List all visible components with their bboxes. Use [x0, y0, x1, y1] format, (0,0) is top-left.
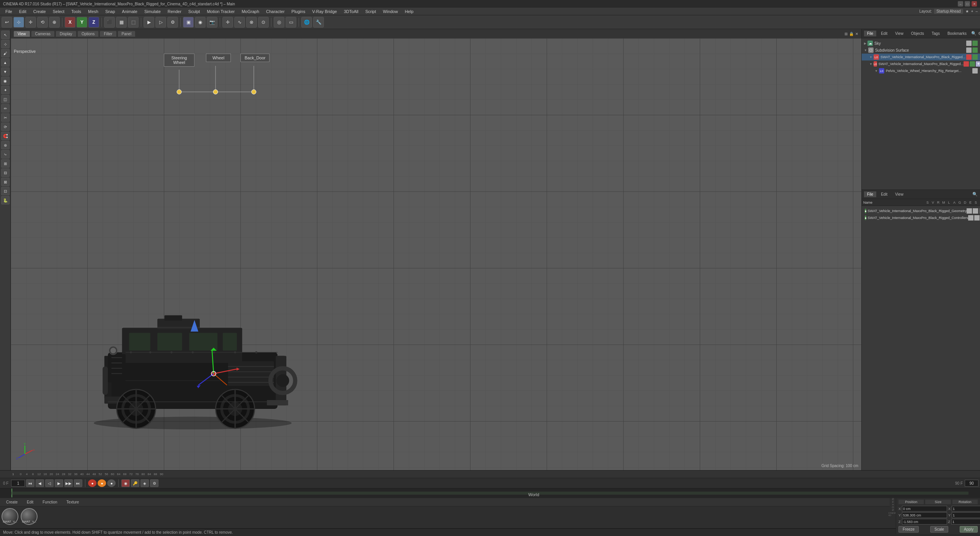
vp-icon-lock[interactable]: 🔒 [849, 32, 854, 36]
polys-mode[interactable]: ⬚ [128, 17, 139, 28]
swat2-flag-1[interactable] [964, 61, 969, 67]
select-button[interactable]: ⊹ [13, 17, 24, 28]
record-rot-button[interactable]: ● [107, 479, 116, 487]
attr-row-controllers[interactable]: ■ SWAT_Vehicle_International_MaxxPro_Bla… [863, 214, 978, 221]
menu-create[interactable]: Create [30, 8, 49, 15]
lt-magnet[interactable]: 🧲 [1, 132, 10, 140]
y-axis-btn[interactable]: Y [77, 17, 87, 28]
boole[interactable]: ⊗ [246, 17, 257, 28]
mat-swatch-2[interactable]: SWAT_V... [21, 508, 38, 525]
snap-toggle[interactable]: 🔧 [313, 17, 324, 28]
lt-paint[interactable]: 🖌 [1, 49, 10, 57]
panel-search-icon[interactable]: 🔍 [971, 31, 977, 36]
null-object[interactable]: ✛ [222, 17, 233, 28]
lt-flex[interactable]: ⤷ [1, 150, 10, 159]
vp-tab-panel[interactable]: Panel [118, 31, 136, 37]
expand-triangle-subdiv[interactable]: ▼ [864, 49, 867, 52]
vp-tab-view[interactable]: View [14, 31, 30, 37]
swat1-flag-1[interactable] [966, 54, 972, 60]
timeline-current-frame[interactable] [11, 480, 25, 487]
vp-icon-expand[interactable]: ⊞ [844, 32, 848, 36]
lt-extra2[interactable]: ⊟ [1, 168, 10, 177]
apply-button[interactable]: Apply [960, 526, 978, 533]
move-button[interactable]: ✛ [25, 17, 36, 28]
play-reverse-button[interactable]: ◁ [45, 479, 54, 487]
maximize-button[interactable]: □ [965, 1, 970, 7]
obj-tab-view[interactable]: View [892, 31, 906, 36]
menu-motion-tracker[interactable]: Motion Tracker [204, 8, 238, 15]
scale-button[interactable]: ⊕ [49, 17, 60, 28]
mat-tab-create[interactable]: Create [2, 499, 21, 505]
freeze-button[interactable]: Freeze [898, 526, 919, 533]
coord-world[interactable]: 🌐 [301, 17, 312, 28]
subdiv-flag-1[interactable] [966, 47, 972, 53]
menu-vray[interactable]: V-Ray Bridge [309, 8, 340, 15]
menu-3dtoall[interactable]: 3DToAll [341, 8, 361, 15]
menu-plugins[interactable]: Plugins [288, 8, 308, 15]
prev-frame-button[interactable]: ◀ [36, 479, 44, 487]
pelvis-flag-1[interactable] [972, 68, 978, 74]
key-selection-button[interactable]: 🔑 [131, 479, 139, 487]
menu-character[interactable]: Character [263, 8, 287, 15]
goto-end-button[interactable]: ⏭ [74, 479, 82, 487]
sky-flag-2[interactable] [972, 41, 978, 46]
keyframe-button[interactable]: ◈ [140, 479, 149, 487]
render-view[interactable]: ▷ [155, 17, 166, 28]
ctrl-flag-2[interactable] [974, 215, 980, 221]
size-y-input[interactable] [952, 512, 980, 518]
rotate-button[interactable]: ⟲ [37, 17, 48, 28]
obj-tab-file[interactable]: File [864, 31, 876, 36]
obj-tab-tags[interactable]: Tags [929, 31, 943, 36]
pos-z-input[interactable] [902, 519, 947, 525]
next-frame-button[interactable]: ▶▶ [64, 479, 73, 487]
lt-extra4[interactable]: ⊡ [1, 187, 10, 195]
record-all-button[interactable]: ● [88, 479, 96, 487]
panel-settings-icon[interactable]: ⚙ [978, 31, 980, 36]
obj-tab-edit[interactable]: Edit [878, 31, 890, 36]
obj-row-swat2[interactable]: ▼ L0 SWAT_Vehicle_International_MaxxPro_… [862, 60, 980, 67]
play-button[interactable]: ▶ [55, 479, 63, 487]
expand-triangle-swat2[interactable]: ▼ [869, 62, 872, 66]
render-settings[interactable]: ⚙ [167, 17, 178, 28]
mat-tab-edit[interactable]: Edit [23, 499, 37, 505]
menu-mograph[interactable]: MoGraph [238, 8, 262, 15]
menu-select[interactable]: Select [50, 8, 68, 15]
lt-python[interactable]: 🐍 [1, 196, 10, 204]
points-mode[interactable]: ⬛ [104, 17, 115, 28]
menu-sculpt[interactable]: Sculpt [185, 8, 203, 15]
mat-tab-texture[interactable]: Texture [63, 499, 83, 505]
timeline-settings-button[interactable]: ⚙ [150, 479, 158, 487]
lt-loop[interactable]: ⟳ [1, 123, 10, 131]
edges-mode[interactable]: ▦ [116, 17, 127, 28]
obj-row-subdiv[interactable]: ▼ ⬡ Subdivision Surface [862, 47, 980, 54]
autokey-button[interactable]: ◉ [121, 479, 130, 487]
sky-flag-1[interactable] [966, 41, 972, 46]
vp-tab-filter[interactable]: Filter [100, 31, 116, 37]
lt-lights[interactable]: ✦ [1, 86, 10, 94]
menu-tools[interactable]: Tools [68, 8, 84, 15]
expand-triangle-sky[interactable]: ▶ [864, 42, 866, 45]
ctrl-flag-1[interactable] [968, 215, 973, 221]
lt-camera[interactable]: ◫ [1, 95, 10, 103]
attr-search-icon[interactable]: 🔍 [972, 192, 978, 197]
sweep[interactable]: ⊙ [258, 17, 269, 28]
minimize-button[interactable]: – [958, 1, 963, 7]
lt-sculpt2[interactable]: ▼ [1, 67, 10, 76]
record-pos-button[interactable]: ● [98, 479, 106, 487]
size-x-input[interactable] [952, 506, 980, 511]
add-camera[interactable]: 📷 [207, 17, 217, 28]
icon-plus[interactable]: + [971, 9, 973, 13]
menu-snap[interactable]: Snap [102, 8, 118, 15]
menu-help[interactable]: Help [402, 8, 416, 15]
attr-tab-edit[interactable]: Edit [878, 191, 890, 197]
undo-button[interactable]: ↩ [2, 17, 12, 28]
scale-button[interactable]: Scale [930, 526, 948, 533]
lt-extra3[interactable]: ⊠ [1, 178, 10, 186]
menu-window[interactable]: Window [380, 8, 401, 15]
lt-sculpt1[interactable]: ▲ [1, 58, 10, 67]
menu-script[interactable]: Script [362, 8, 379, 15]
obj-tab-bookmarks[interactable]: Bookmarks [944, 31, 970, 36]
timeline-track[interactable] [0, 488, 980, 497]
viewport[interactable]: View Cameras Display Options Filter Pane… [11, 29, 861, 470]
vp-tab-display[interactable]: Display [56, 31, 76, 37]
